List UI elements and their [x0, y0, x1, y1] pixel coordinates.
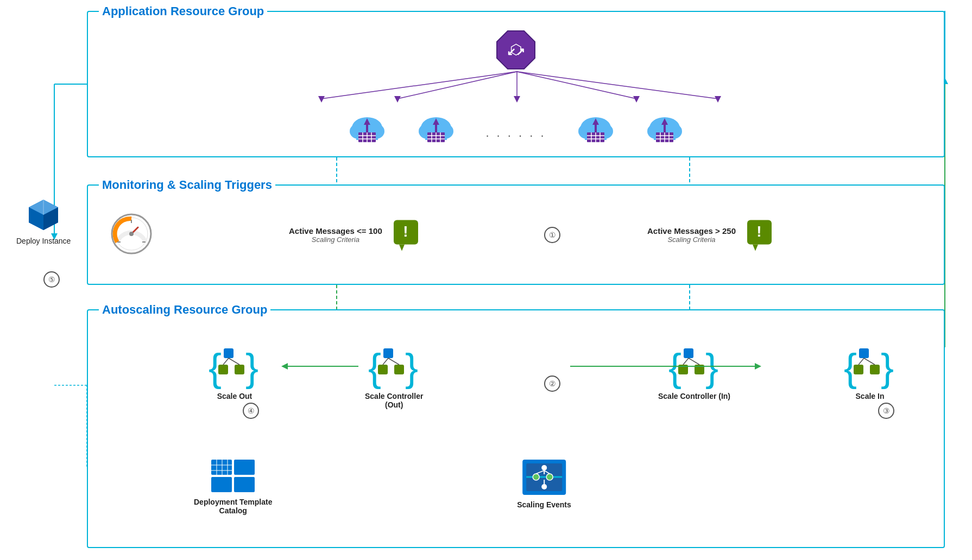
- svg-rect-101: [235, 365, 244, 374]
- alert2-text: Active Messages > 250 Scaling Criteria: [647, 226, 736, 244]
- scale-controller-in-group: { } Scale Controller (In): [658, 343, 730, 400]
- alert2-group: Active Messages > 250 Scaling Criteria !: [647, 217, 774, 252]
- alert2-icon: !: [744, 217, 774, 252]
- svg-rect-100: [218, 365, 228, 374]
- monitoring-label: Monitoring & Scaling Triggers: [99, 178, 275, 192]
- cloud-item-3: [576, 113, 615, 145]
- svg-rect-125: [211, 460, 232, 475]
- svg-marker-79: [318, 96, 325, 103]
- svg-marker-96: [753, 244, 758, 251]
- svg-rect-106: [383, 348, 393, 358]
- svg-marker-80: [394, 96, 401, 103]
- svg-point-137: [533, 474, 539, 480]
- deploy-instance-icon: [24, 195, 62, 233]
- cloud-items-row: . . . . . .: [88, 113, 944, 145]
- svg-rect-121: [854, 365, 863, 374]
- svg-point-138: [546, 474, 553, 480]
- svg-line-117: [689, 358, 699, 365]
- scale-in-group: { } Scale In ③: [843, 343, 897, 419]
- scale-controller-out-group: { } Scale Controller(Out): [365, 343, 423, 409]
- scaling-events-group: Scaling Events: [517, 457, 571, 509]
- cloud-item-1: [348, 113, 387, 145]
- alert1-icon: !: [391, 217, 421, 252]
- svg-rect-99: [224, 348, 233, 358]
- svg-marker-93: [399, 244, 405, 251]
- svg-text:}: }: [881, 346, 894, 389]
- autoscaling-group-box: Autoscaling Resource Group { } Scale Out…: [87, 309, 945, 548]
- gauge-icon: [110, 212, 153, 258]
- router-icon: ⬡ ↙↗: [494, 28, 538, 74]
- scaling-events-icon: [520, 457, 569, 500]
- app-resource-group-box: Application Resource Group ⬡ ↙↗: [87, 11, 945, 157]
- svg-text:}: }: [245, 346, 258, 389]
- deploy-template-group: Deployment TemplateCatalog: [194, 457, 272, 515]
- circle-1: ①: [544, 227, 560, 243]
- svg-rect-128: [234, 477, 255, 492]
- svg-line-124: [864, 358, 875, 365]
- svg-rect-127: [211, 477, 232, 492]
- svg-marker-83: [715, 96, 721, 103]
- svg-line-103: [229, 358, 239, 365]
- svg-text:}: }: [405, 346, 418, 389]
- app-resource-group-label: Application Resource Group: [99, 4, 267, 18]
- scale-controller-out-icon: { }: [367, 343, 421, 392]
- dots-separator: . . . . . .: [485, 115, 546, 145]
- svg-rect-122: [870, 365, 880, 374]
- svg-line-102: [223, 358, 229, 365]
- svg-rect-107: [378, 365, 388, 374]
- svg-rect-114: [678, 365, 688, 374]
- svg-line-123: [859, 358, 864, 365]
- alert1-text: Active Messages <= 100 Scaling Criteria: [289, 226, 382, 244]
- svg-text:!: !: [756, 222, 761, 239]
- svg-text:}: }: [705, 346, 718, 389]
- svg-rect-115: [695, 365, 704, 374]
- svg-text:!: !: [403, 222, 408, 239]
- svg-line-116: [683, 358, 689, 365]
- autoscaling-label: Autoscaling Resource Group: [99, 303, 270, 317]
- svg-line-110: [388, 358, 399, 365]
- svg-point-139: [541, 465, 547, 470]
- cloud-item-2: [416, 113, 456, 145]
- circle-4: ④: [243, 403, 259, 419]
- circle-5: ⑤: [43, 271, 60, 288]
- scale-in-icon: { }: [843, 343, 897, 392]
- svg-point-87: [129, 232, 134, 236]
- svg-line-74: [321, 72, 517, 99]
- svg-rect-108: [394, 365, 404, 374]
- svg-text:↙↗: ↙↗: [507, 46, 525, 58]
- cloud-item-4: [645, 113, 684, 145]
- alert1-group: Active Messages <= 100 Scaling Criteria …: [289, 217, 421, 252]
- svg-marker-81: [514, 96, 520, 103]
- svg-line-78: [517, 72, 718, 99]
- scale-out-icon: { }: [207, 343, 262, 392]
- svg-line-75: [397, 72, 517, 99]
- scale-out-group: { } Scale Out ④: [207, 343, 262, 419]
- circle-3: ③: [878, 403, 894, 419]
- svg-rect-120: [859, 348, 869, 358]
- monitoring-group-box: Monitoring & Scaling Triggers: [87, 184, 945, 285]
- diagram-container: Application Resource Group ⬡ ↙↗: [0, 0, 972, 560]
- svg-marker-82: [633, 96, 640, 103]
- svg-point-140: [541, 484, 547, 489]
- svg-line-109: [383, 358, 388, 365]
- deploy-template-icon: [209, 457, 257, 498]
- svg-rect-113: [684, 348, 693, 358]
- deploy-instance-group: Deploy Instance: [16, 195, 71, 245]
- circle-2: ②: [544, 376, 560, 392]
- svg-rect-126: [234, 460, 255, 475]
- scale-controller-in-icon: { }: [667, 343, 722, 392]
- svg-line-77: [517, 72, 636, 99]
